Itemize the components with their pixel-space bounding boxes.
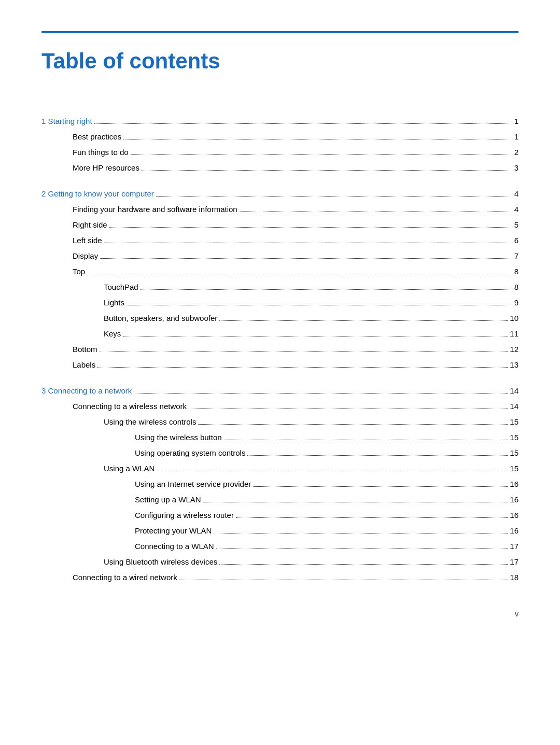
toc-entry: Left side6 bbox=[41, 234, 519, 247]
toc-content: 1 Starting right1Best practices1Fun thin… bbox=[41, 115, 519, 597]
toc-entry-text: Bottom bbox=[73, 343, 97, 356]
toc-entry-text: Right side bbox=[73, 219, 107, 231]
toc-dots bbox=[247, 455, 508, 456]
toc-page-num: 6 bbox=[514, 234, 519, 247]
toc-dots bbox=[198, 424, 508, 425]
toc-page-num: 15 bbox=[510, 416, 519, 428]
toc-page-num: 10 bbox=[510, 312, 519, 325]
toc-dots bbox=[123, 336, 508, 336]
toc-page-num: 18 bbox=[510, 571, 519, 584]
toc-entry: Connecting to a wired network18 bbox=[41, 571, 519, 584]
toc-entry-text: Lights bbox=[104, 297, 124, 309]
toc-page-num: 4 bbox=[514, 203, 519, 216]
toc-entry-text: Connecting to a WLAN bbox=[135, 540, 214, 553]
toc-page-num: 2 bbox=[514, 146, 519, 159]
toc-entry-text: Finding your hardware and software infor… bbox=[73, 203, 237, 216]
toc-dots bbox=[141, 289, 512, 290]
toc-dots bbox=[240, 212, 512, 212]
toc-entry: Setting up a WLAN16 bbox=[41, 494, 519, 506]
toc-dots bbox=[179, 580, 508, 580]
toc-page-num: 15 bbox=[510, 462, 519, 475]
toc-entry: 2 Getting to know your computer4 bbox=[41, 188, 519, 200]
toc-entry-text: Setting up a WLAN bbox=[135, 494, 201, 506]
toc-page-num: 5 bbox=[514, 219, 519, 231]
toc-page-num: 13 bbox=[510, 359, 519, 371]
toc-page-num: 14 bbox=[510, 400, 519, 413]
toc-entry-text: Best practices bbox=[73, 131, 121, 143]
toc-page-num: 15 bbox=[510, 431, 519, 444]
toc-dots bbox=[216, 549, 508, 549]
toc-entry-text: Using the wireless controls bbox=[104, 416, 196, 428]
toc-entry-text: Protecting your WLAN bbox=[135, 525, 212, 537]
toc-dots bbox=[253, 486, 508, 487]
toc-entry: TouchPad8 bbox=[41, 281, 519, 293]
toc-dots bbox=[109, 227, 512, 228]
toc-page-num: 16 bbox=[510, 494, 519, 506]
toc-dots bbox=[236, 517, 508, 518]
toc-dots bbox=[131, 154, 512, 155]
toc-entry-text: More HP resources bbox=[73, 162, 139, 174]
toc-entry: Display7 bbox=[41, 250, 519, 262]
toc-dots bbox=[127, 305, 512, 305]
toc-entry-text: Using Bluetooth wireless devices bbox=[104, 556, 217, 568]
toc-page-num: 8 bbox=[514, 281, 519, 293]
toc-dots bbox=[203, 502, 508, 502]
toc-page-num: 15 bbox=[510, 447, 519, 459]
toc-page-num: 16 bbox=[510, 509, 519, 522]
toc-dots bbox=[123, 139, 512, 139]
toc-page-num: 1 bbox=[514, 115, 519, 128]
toc-entry: Right side5 bbox=[41, 219, 519, 231]
toc-entry: Labels13 bbox=[41, 359, 519, 371]
toc-entry-text: Button, speakers, and subwoofer bbox=[104, 312, 217, 325]
toc-entry: Using Bluetooth wireless devices17 bbox=[41, 556, 519, 568]
toc-dots bbox=[94, 123, 512, 124]
toc-page-num: 16 bbox=[510, 478, 519, 490]
toc-entry: Configuring a wireless router16 bbox=[41, 509, 519, 522]
toc-dots bbox=[97, 367, 508, 368]
toc-page-num: 11 bbox=[510, 328, 519, 340]
toc-entry: Finding your hardware and software infor… bbox=[41, 203, 519, 216]
toc-page-num: 4 bbox=[514, 188, 519, 200]
toc-entry: Connecting to a wireless network14 bbox=[41, 400, 519, 413]
toc-dots bbox=[189, 409, 508, 409]
toc-entry-text: Connecting to a wireless network bbox=[73, 400, 187, 413]
toc-page-num: 17 bbox=[510, 556, 519, 568]
toc-dots bbox=[134, 393, 508, 393]
toc-page-num: 12 bbox=[510, 343, 519, 356]
toc-dots bbox=[157, 471, 508, 471]
toc-dots bbox=[156, 196, 512, 196]
toc-entry: Connecting to a WLAN17 bbox=[41, 540, 519, 553]
toc-entry-text: Using an Internet service provider bbox=[135, 478, 251, 490]
top-border bbox=[41, 31, 519, 33]
page-footer: v bbox=[515, 610, 519, 618]
toc-entry: Fun things to do2 bbox=[41, 146, 519, 159]
page: Table of contents 1 Starting right1Best … bbox=[0, 0, 560, 639]
toc-entry-text: 1 Starting right bbox=[41, 115, 92, 128]
toc-page-num: 3 bbox=[514, 162, 519, 174]
toc-page-num: 16 bbox=[510, 525, 519, 537]
toc-entry: Using the wireless button15 bbox=[41, 431, 519, 444]
toc-dots bbox=[224, 440, 508, 440]
toc-dots bbox=[219, 320, 508, 321]
toc-entry-text: Labels bbox=[73, 359, 95, 371]
page-title: Table of contents bbox=[41, 49, 519, 74]
toc-dots bbox=[100, 352, 508, 352]
toc-entry: Button, speakers, and subwoofer10 bbox=[41, 312, 519, 325]
toc-entry: 3 Connecting to a network14 bbox=[41, 385, 519, 397]
toc-page-num: 14 bbox=[510, 385, 519, 397]
toc-dots bbox=[142, 170, 512, 171]
toc-page-num: 7 bbox=[514, 250, 519, 262]
toc-entry: Using a WLAN15 bbox=[41, 462, 519, 475]
toc-dots bbox=[100, 258, 512, 259]
toc-page-num: 8 bbox=[514, 265, 519, 278]
toc-entry: Using an Internet service provider16 bbox=[41, 478, 519, 490]
toc-entry-text: Using a WLAN bbox=[104, 462, 155, 475]
section-gap bbox=[41, 177, 519, 188]
toc-entry: Using the wireless controls15 bbox=[41, 416, 519, 428]
section-gap bbox=[41, 587, 519, 597]
toc-entry-text: Top bbox=[73, 265, 85, 278]
toc-entry-text: Using the wireless button bbox=[135, 431, 222, 444]
toc-entry: 1 Starting right1 bbox=[41, 115, 519, 128]
toc-entry: Keys11 bbox=[41, 328, 519, 340]
toc-entry-text: Connecting to a wired network bbox=[73, 571, 177, 584]
